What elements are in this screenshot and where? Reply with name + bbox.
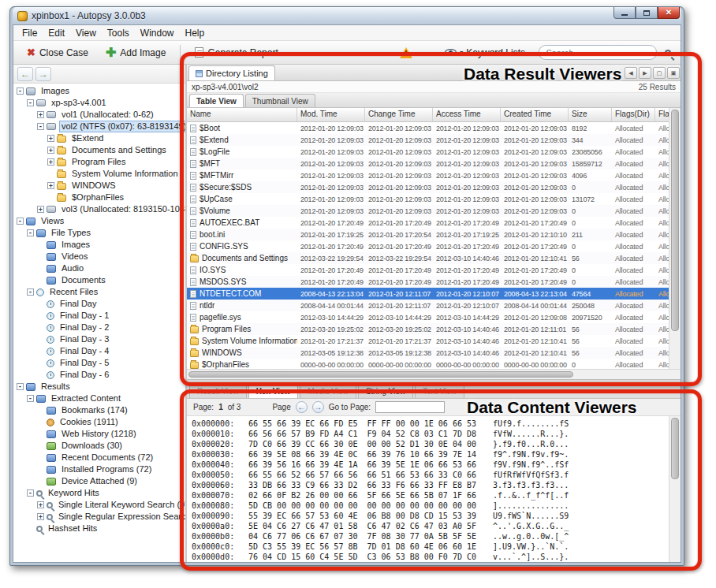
table-row[interactable]: $MFTMirr 2012-01-20 12:09:03 2012-01-20 … <box>187 169 669 181</box>
menu-item[interactable]: File <box>17 26 43 40</box>
table-row[interactable]: $Extend 2012-01-20 12:09:03 2012-01-20 1… <box>187 134 669 146</box>
expander-icon[interactable] <box>37 442 44 449</box>
column-header[interactable]: Mod. Time <box>297 108 365 121</box>
expander-icon[interactable] <box>27 525 34 532</box>
menu-item[interactable]: View <box>70 26 102 40</box>
view-tab[interactable]: Table View <box>189 94 244 107</box>
expander-icon[interactable] <box>37 324 44 331</box>
table-row[interactable]: WINDOWS 2012-03-05 19:12:38 2012-03-05 1… <box>187 347 669 359</box>
tree-item[interactable]: Documents <box>13 274 185 286</box>
maximize-panel-button[interactable]: ▣ <box>667 67 680 79</box>
table-row[interactable]: MSDOS.SYS 2012-01-20 17:20:49 2012-01-20… <box>187 276 669 288</box>
tree-item[interactable]: - Views <box>13 215 185 227</box>
expander-icon[interactable] <box>37 300 44 307</box>
table-row[interactable]: $OrphanFiles 0000-00-00 00:00:00 0000-00… <box>187 359 669 369</box>
table-row[interactable]: $Volume 2012-01-20 12:09:03 2012-01-20 1… <box>187 205 669 217</box>
column-header[interactable]: Flags( <box>655 108 669 121</box>
column-header[interactable]: Size <box>569 108 612 121</box>
tree-item[interactable]: Final Day - 1 <box>13 310 185 322</box>
tree-item[interactable]: - Images <box>13 85 185 97</box>
expander-icon[interactable]: + <box>47 147 54 154</box>
table-row[interactable]: $MFT 2012-01-20 12:09:03 2012-01-20 12:0… <box>187 158 669 169</box>
tree-item[interactable]: + vol1 (Unallocated: 0-62) <box>13 109 185 121</box>
tree-item[interactable]: Final Day <box>13 298 185 310</box>
minimize-button[interactable] <box>613 7 636 19</box>
column-header[interactable]: Flags(Dir) <box>612 108 655 121</box>
tree-item[interactable]: Web History (1218) <box>13 428 185 440</box>
tree-item[interactable]: + Single Regular Expression Search (0) <box>13 511 185 523</box>
tree-item[interactable]: + $Extend <box>13 132 185 144</box>
directory-listing-tab[interactable]: Directory Listing <box>188 65 275 80</box>
tree-item[interactable]: Recent Documents (72) <box>13 452 185 463</box>
table-row[interactable]: Program Files 2012-03-20 19:25:02 2012-0… <box>187 323 669 335</box>
expander-icon[interactable] <box>37 348 44 355</box>
menu-item[interactable]: Tools <box>102 26 135 40</box>
view-tab[interactable]: Thumbnail View <box>245 94 315 107</box>
tree-item[interactable]: - xp-sp3-v4.001 <box>13 97 185 109</box>
table-row[interactable]: CONFIG.SYS 2012-01-20 17:20:49 2012-01-2… <box>187 240 669 252</box>
tree-item[interactable]: Final Day - 6 <box>13 369 185 381</box>
forward-arrow-button[interactable] <box>35 67 51 81</box>
menu-item[interactable]: Help <box>180 26 211 40</box>
tree-item[interactable]: Final Day - 4 <box>13 345 185 357</box>
tree-item[interactable]: - Recent Files <box>13 286 185 298</box>
expander-icon[interactable] <box>37 265 44 272</box>
goto-page-input[interactable] <box>375 401 445 413</box>
tree-item[interactable]: Final Day - 3 <box>13 333 185 345</box>
table-row[interactable]: boot.ini 2012-01-20 17:19:25 2012-01-20 … <box>187 229 669 240</box>
tree-item[interactable]: $OrphanFiles <box>13 192 185 203</box>
tree-item[interactable]: Device Attached (9) <box>13 475 185 487</box>
expander-icon[interactable]: + <box>37 206 44 213</box>
tree-item[interactable]: - Results <box>13 381 185 393</box>
next-page-button[interactable] <box>312 401 324 413</box>
expander-icon[interactable]: + <box>47 182 54 189</box>
expander-icon[interactable]: + <box>37 111 44 118</box>
expander-icon[interactable] <box>37 454 44 461</box>
menu-item[interactable]: Window <box>135 26 180 40</box>
warning-icon[interactable] <box>400 47 412 58</box>
content-viewer-tab[interactable]: Result View <box>189 384 247 398</box>
expander-icon[interactable] <box>37 359 44 367</box>
tree-item[interactable]: + vol3 (Unallocated: 8193150-10485215) <box>13 203 185 215</box>
tree-item[interactable]: Downloads (30) <box>13 440 185 452</box>
expander-icon[interactable]: + <box>37 501 44 508</box>
tree-item[interactable]: Cookies (1911) <box>13 416 185 428</box>
tree-item[interactable]: System Volume Information <box>13 168 185 180</box>
close-button[interactable]: ✕ <box>658 7 680 19</box>
menu-item[interactable]: Edit <box>43 26 70 40</box>
expander-icon[interactable]: - <box>17 383 24 390</box>
table-row[interactable]: Documents and Settings 2012-03-22 19:29:… <box>187 252 669 264</box>
expander-icon[interactable]: - <box>27 288 34 296</box>
content-viewer-tab[interactable]: String View <box>358 384 413 398</box>
expander-icon[interactable]: - <box>27 489 34 497</box>
expander-icon[interactable] <box>47 170 54 177</box>
tree-item[interactable]: Images <box>13 239 185 251</box>
expander-icon[interactable]: - <box>17 218 24 225</box>
expander-icon[interactable] <box>37 466 44 473</box>
generate-report-button[interactable]: Generate Report <box>188 44 285 61</box>
expander-icon[interactable] <box>47 194 54 201</box>
column-header[interactable]: Access Time <box>433 108 501 121</box>
tree-item[interactable]: Videos <box>13 251 185 262</box>
expander-icon[interactable]: + <box>37 513 44 520</box>
column-header[interactable]: Change Time <box>365 108 433 121</box>
scroll-tabs-left-button[interactable]: ◀ <box>625 67 637 79</box>
tree-item[interactable]: - Extracted Content <box>13 393 185 404</box>
table-row[interactable]: ntldr 2008-04-14 00:01:44 2012-01-20 12:… <box>187 300 669 311</box>
table-row[interactable]: System Volume Information 2012-01-20 17:… <box>187 335 669 347</box>
tree-item[interactable]: Final Day - 5 <box>13 357 185 369</box>
expander-icon[interactable] <box>37 336 44 343</box>
tree-item[interactable]: - vol2 (NTFS (0x07): 63-8193149) <box>13 121 185 132</box>
expander-icon[interactable] <box>37 371 44 378</box>
tree-item[interactable]: Hashset Hits <box>13 523 185 534</box>
horizontal-scrollbar[interactable] <box>187 369 681 379</box>
tree-item[interactable]: + WINDOWS <box>13 180 185 192</box>
expander-icon[interactable] <box>37 478 44 485</box>
table-row[interactable]: NTDETECT.COM 2008-04-13 22:13:04 2012-01… <box>187 288 669 300</box>
expander-icon[interactable]: - <box>27 99 34 106</box>
column-header[interactable]: Created Time <box>501 108 569 121</box>
table-row[interactable]: IO.SYS 2012-01-20 17:20:49 2012-01-20 17… <box>187 264 669 276</box>
expander-icon[interactable]: + <box>47 158 54 166</box>
search-input[interactable] <box>539 45 657 60</box>
content-viewer-tab[interactable]: Hex View <box>248 384 299 398</box>
